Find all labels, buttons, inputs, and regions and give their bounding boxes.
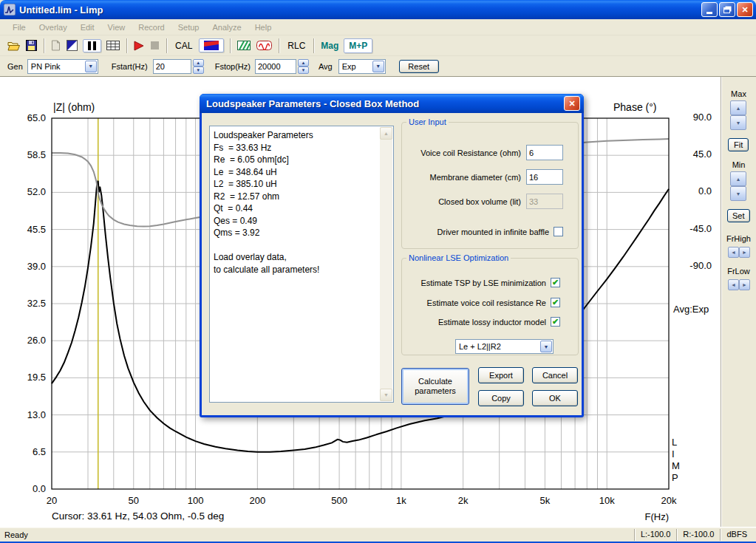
calculate-parameters-button[interactable]: Calculate parameters <box>401 368 469 405</box>
estimate-inductor-label: Estimate lossy inductor model <box>438 318 546 327</box>
dialog-close-button[interactable]: ✕ <box>564 96 580 111</box>
status-right-level: R:-100.0 <box>676 529 720 541</box>
spin-down-icon[interactable]: ▼ <box>298 66 309 74</box>
avg-select[interactable]: Exp ▼ <box>338 59 386 74</box>
chevron-down-icon[interactable]: ▼ <box>540 341 552 352</box>
signal-generator-button[interactable] <box>253 37 275 55</box>
spin-up-icon[interactable]: ▲ <box>298 59 309 66</box>
spin-down-icon[interactable]: ▼ <box>193 66 204 74</box>
spin-up-icon[interactable]: ▲ <box>730 100 746 115</box>
gen-select[interactable]: PN Pink ▼ <box>27 59 98 74</box>
axis-tick-label: 20 <box>47 495 57 506</box>
minimize-button[interactable] <box>701 2 718 17</box>
infinite-baffle-checkbox[interactable] <box>554 227 563 236</box>
menu-item-overlay[interactable]: Overlay <box>33 21 74 34</box>
pause-icon <box>88 41 96 50</box>
axis-tick-label: 90.0 <box>673 112 712 123</box>
membrane-diameter-row: Membrane diameter (cm) <box>430 169 563 185</box>
record-stop-button[interactable] <box>147 37 163 55</box>
menu-item-setup[interactable]: Setup <box>171 21 206 34</box>
reset-button[interactable]: Reset <box>399 60 439 73</box>
open-file-button[interactable] <box>4 37 23 55</box>
estimate-re-checkbox[interactable] <box>551 298 560 307</box>
fit-button[interactable]: Fit <box>728 138 749 151</box>
fstop-spinner[interactable]: ▲▼ <box>298 59 309 74</box>
menu-item-file[interactable]: File <box>6 21 33 34</box>
menu-item-record[interactable]: Record <box>132 21 171 34</box>
toolbar: CAL RLC Mag M+P <box>0 35 756 56</box>
scroll-down-icon[interactable]: ▼ <box>380 389 392 401</box>
axis-tick-label: 10k <box>599 495 615 506</box>
copy-button[interactable] <box>48 37 64 55</box>
chevron-down-icon[interactable]: ▼ <box>85 61 97 72</box>
sine-wave-icon <box>256 41 272 50</box>
table-view-button[interactable] <box>103 37 123 55</box>
axis-tick-label: 6.5 <box>12 446 46 457</box>
menu-item-edit[interactable]: Edit <box>74 21 101 34</box>
spin-right-icon[interactable]: ► <box>739 279 750 290</box>
avg-value: Exp <box>339 62 372 71</box>
ok-button[interactable]: OK <box>532 390 578 406</box>
frhigh-spinner[interactable]: ◄► <box>728 247 750 258</box>
window-title: Untitled.lim - Limp <box>19 4 701 16</box>
titlebar[interactable]: Untitled.lim - Limp ✕ <box>0 0 756 19</box>
results-scrollbar[interactable]: ▲ ▼ <box>380 127 392 401</box>
spin-down-icon[interactable]: ▼ <box>730 186 746 201</box>
play-icon <box>134 41 144 51</box>
rlc-button[interactable]: RLC <box>283 37 310 55</box>
parameters-results-panel[interactable]: Loudspeaker Parameters Fs = 33.63 Hz Re … <box>209 126 394 403</box>
spin-left-icon[interactable]: ◄ <box>728 279 739 290</box>
magnitude-phase-view-button[interactable]: M+P <box>344 38 372 53</box>
dialog-titlebar[interactable]: Loudspeaker Parameters - Closed Box Meth… <box>200 94 584 113</box>
spin-up-icon[interactable]: ▲ <box>730 171 746 186</box>
spin-down-icon[interactable]: ▼ <box>730 115 746 130</box>
background-color-button[interactable] <box>64 37 81 55</box>
membrane-diameter-input[interactable] <box>526 169 563 185</box>
watermark-letter: P <box>672 472 680 484</box>
closed-box-volume-input[interactable] <box>526 194 563 209</box>
cancel-button[interactable]: Cancel <box>532 367 578 383</box>
max-spinner[interactable]: ▲▼ <box>730 100 746 130</box>
spin-right-icon[interactable]: ► <box>739 247 750 258</box>
fstart-spinner[interactable]: ▲▼ <box>193 59 204 74</box>
record-start-button[interactable] <box>131 37 147 55</box>
fstop-input[interactable] <box>255 59 296 74</box>
frlow-spinner[interactable]: ◄► <box>728 279 750 290</box>
overlay-button[interactable] <box>234 37 253 55</box>
restore-button[interactable] <box>719 2 735 17</box>
voice-coil-resistance-input[interactable] <box>526 145 563 160</box>
status-bar: Ready L:-100.0 R:-100.0 dBFS <box>0 527 756 542</box>
pen-color-icon <box>67 40 78 51</box>
avg-indicator: Avg:Exp <box>673 304 709 315</box>
menu-item-view[interactable]: View <box>101 21 132 34</box>
estimate-inductor-checkbox[interactable] <box>551 317 560 327</box>
status-left-level: L:-100.0 <box>634 529 676 541</box>
app-window: Untitled.lim - Limp ✕ FileOverlayEditVie… <box>0 0 756 543</box>
user-input-group: User Input Voice coil Resistance (ohm) M… <box>401 117 579 249</box>
close-button[interactable]: ✕ <box>737 2 753 17</box>
spin-up-icon[interactable]: ▲ <box>193 59 204 66</box>
toolbar-separator <box>313 38 314 53</box>
min-spinner[interactable]: ▲▼ <box>730 171 746 201</box>
estimate-tsp-checkbox[interactable] <box>551 278 560 287</box>
estimate-re-label: Estimate voice coil resistance Re <box>427 298 546 307</box>
toolbar-separator <box>279 38 279 53</box>
menu-item-help[interactable]: Help <box>248 21 279 34</box>
export-button[interactable]: Export <box>478 367 524 383</box>
dialog-loudspeaker-parameters: Loudspeaker Parameters - Closed Box Meth… <box>200 94 584 417</box>
copy-button[interactable]: Copy <box>478 390 524 406</box>
menu-item-analyze[interactable]: Analyze <box>205 21 248 34</box>
magnitude-view-button[interactable]: Mag <box>318 37 341 55</box>
pause-button[interactable] <box>83 39 101 52</box>
set-button[interactable]: Set <box>727 209 750 222</box>
dialog-title: Loudspeaker Parameters - Closed Box Meth… <box>206 98 564 109</box>
calibrate-button[interactable]: CAL <box>171 37 197 55</box>
scroll-up-icon[interactable]: ▲ <box>380 127 392 140</box>
inductor-model-select[interactable]: Le + L2||R2 ▼ <box>455 339 554 354</box>
channel-mode-button[interactable] <box>199 38 224 52</box>
spin-left-icon[interactable]: ◄ <box>728 247 739 258</box>
gen-label: Gen <box>7 62 23 71</box>
save-button[interactable] <box>23 37 40 55</box>
chevron-down-icon[interactable]: ▼ <box>372 61 384 72</box>
fstart-input[interactable] <box>153 59 191 74</box>
